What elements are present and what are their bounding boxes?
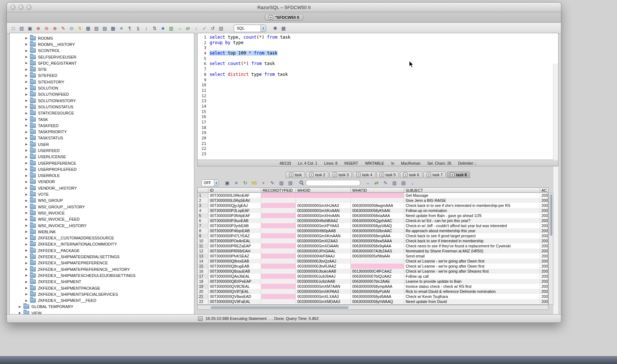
cell-recordtypeid[interactable]: [261, 254, 296, 259]
cell-whatid[interactable]: 006300000058yPzAAI: [351, 289, 404, 294]
zoom-window-button[interactable]: [26, 5, 31, 10]
cell-id[interactable]: 00T3000000P3LopEAF: [208, 208, 261, 213]
cell-whatid[interactable]: 00630000005S0bnAAC: [351, 228, 404, 233]
search-icon[interactable]: [299, 181, 304, 185]
disclosure-triangle-icon[interactable]: ▶: [25, 224, 30, 227]
new-file-icon[interactable]: □: [10, 25, 17, 32]
cell-ac[interactable]: 200: [540, 284, 548, 289]
refresh-results-icon[interactable]: ↻: [242, 179, 249, 186]
edit-connection-icon[interactable]: ✎: [60, 25, 67, 32]
open-file-icon[interactable]: ▤: [18, 25, 25, 32]
cell-subject[interactable]: Need update from Bain - gave go ahead 1/…: [404, 213, 540, 218]
describe-table-icon[interactable]: ≡: [118, 25, 125, 32]
tree-item[interactable]: ▶SOLUTIONSTATUS: [10, 104, 194, 110]
document-tab[interactable]: ✕ *SFDCW50 II: [265, 14, 303, 21]
cell-id[interactable]: 00T3000000PRR8rEAH: [208, 248, 261, 254]
cell-ac[interactable]: 200: [540, 259, 548, 264]
history-icon[interactable]: ▤: [217, 25, 225, 32]
cell-id[interactable]: 00T3000000Q8rugEAB: [208, 264, 261, 269]
cell-ac[interactable]: 200: [540, 198, 548, 203]
cell-recordtypeid[interactable]: [261, 213, 296, 218]
tree-item[interactable]: ▶USERLICENSE: [10, 154, 194, 160]
cell-id[interactable]: 00T3000000P3tuvEAB: [208, 218, 261, 223]
scrollbar-thumb[interactable]: [549, 194, 552, 236]
copy-icon[interactable]: ▨: [101, 25, 108, 32]
disclosure-triangle-icon[interactable]: ▶: [25, 105, 30, 108]
tree-item[interactable]: ▶W50_INVOICE__FEED: [10, 216, 194, 222]
cell-recordtypeid[interactable]: [261, 248, 296, 254]
close-tab-icon[interactable]: ✕: [309, 173, 314, 177]
tree-item[interactable]: ▶WEBLINK: [10, 229, 194, 235]
tree-item[interactable]: ▶SFDC_REGISTRANT: [10, 60, 194, 66]
cell-whoid[interactable]: 0033000000GmXMDAA3: [296, 299, 351, 304]
tree-item[interactable]: ▶ZKFEDEX__CUSTOMADDRESSSOURCE: [10, 235, 194, 241]
table-row[interactable]: 100T3000000L0RknEAFGet Massage200: [198, 193, 548, 198]
disclosure-triangle-icon[interactable]: ▶: [25, 193, 30, 196]
cell-subject[interactable]: Rick to email David & reference Delmonte…: [404, 289, 540, 294]
favorites-icon[interactable]: ★: [159, 25, 167, 32]
minimize-window-button[interactable]: [18, 5, 23, 10]
cell-recordtypeid[interactable]: [261, 299, 296, 304]
filter-icon[interactable]: ≡: [233, 179, 240, 186]
disclosure-triangle-icon[interactable]: ▶: [25, 280, 30, 283]
cell-whatid[interactable]: [351, 198, 404, 203]
result-tab[interactable]: ✕task: [286, 172, 305, 178]
disclosure-triangle-icon[interactable]: ▶: [25, 199, 30, 202]
execute-sql-icon[interactable]: ↯: [76, 25, 83, 32]
cell-whatid[interactable]: [351, 259, 404, 264]
row-number[interactable]: 18: [198, 279, 208, 284]
cell-recordtypeid[interactable]: [261, 284, 296, 289]
cell-recordtypeid[interactable]: [261, 208, 296, 213]
tree-item[interactable]: ▶TASKFEED: [10, 122, 194, 129]
syntax-check-icon[interactable]: ✓: [201, 25, 208, 32]
cell-ac[interactable]: 200: [540, 223, 548, 228]
cell-recordtypeid[interactable]: [261, 279, 296, 284]
tree-item[interactable]: ▶ZKFEDEX__SHIPMENT: [10, 279, 194, 285]
row-number-header[interactable]: [198, 188, 208, 192]
tree-item[interactable]: ▶ZKFEDEX__INTERNATIONALCOMMODITY: [10, 241, 194, 247]
edit-row-icon[interactable]: ✎: [269, 179, 276, 186]
row-number[interactable]: 5: [198, 213, 208, 218]
cell-recordtypeid[interactable]: [261, 243, 296, 248]
fetch-more-icon[interactable]: ↓: [409, 179, 416, 186]
tree-item[interactable]: ▶ZKFEDEX__SHIPMATESCHEDULEDJOBSSETTINGS: [10, 272, 194, 278]
sql-editor[interactable]: 1select type, count(*) from task2group b…: [197, 33, 558, 160]
row-number[interactable]: 17: [198, 274, 208, 279]
cell-whatid[interactable]: 00630000007bIQUAA2: [351, 274, 404, 279]
editor-scrollbar[interactable]: [553, 64, 558, 314]
cell-whoid[interactable]: 0033000000GmXM7AAN: [296, 284, 351, 289]
export-page-icon[interactable]: ▤: [400, 179, 407, 186]
result-tab[interactable]: ✕task 4: [353, 172, 375, 178]
disclosure-triangle-icon[interactable]: ▶: [25, 155, 30, 159]
save-icon[interactable]: ▣: [26, 25, 34, 32]
table-row[interactable]: 300T3000000QjyJgEAJ0033000000GmXHJAA3006…: [198, 203, 548, 208]
tree-item[interactable]: ▶SELFSERVICEUSER: [10, 54, 194, 60]
switch-connection-icon[interactable]: ⇄: [184, 25, 191, 32]
tree-item[interactable]: ▶ZKFEDEX__SHIPMENTSPECIALSERVICES: [10, 291, 194, 297]
cell-whoid[interactable]: 0033000000H9aNBAAZ: [296, 218, 351, 223]
tree-item[interactable]: ▶USERPROFILEFEED: [10, 166, 194, 172]
cell-whoid[interactable]: 0033000000GmXHJAA3: [296, 203, 351, 208]
cell-whatid[interactable]: 006300000058xlaAAA: [351, 213, 404, 218]
cell-id[interactable]: 00T3000000QV9FaEAL: [208, 299, 261, 304]
cell-id[interactable]: 00T3000000QBXPeEAP: [208, 279, 261, 284]
cell-id[interactable]: 00T3000000Q8rexEAB: [208, 259, 261, 264]
next-match-icon[interactable]: →: [364, 179, 371, 186]
cell-recordtypeid[interactable]: [261, 294, 296, 299]
table-row[interactable]: 400T3000000P3LopEAF0033000000GmXKnAAN006…: [198, 208, 548, 213]
export-data-icon[interactable]: ▧: [93, 25, 100, 32]
view-text-icon[interactable]: ▥: [391, 179, 398, 186]
tree-item[interactable]: ▶ZKFEDEX__SHIPMENT__FEED: [10, 297, 194, 303]
tree-item[interactable]: ▶W50_INVOICE: [10, 210, 194, 216]
disclosure-triangle-icon[interactable]: ▶: [25, 99, 30, 102]
schema-tree[interactable]: ▶ROOMS▶ROOMS__HISTORY▶SCONTROL▶SELFSERVI…: [9, 33, 194, 315]
cell-whoid[interactable]: 0033000000GmXHnAAN: [296, 213, 351, 218]
tree-item[interactable]: ▶SITEFEED: [10, 73, 194, 79]
tree-item[interactable]: ▶USERFEED: [10, 147, 194, 153]
disclosure-triangle-icon[interactable]: ▶: [19, 305, 23, 308]
cell-ac[interactable]: 200: [540, 289, 548, 294]
table-row[interactable]: 900T3000000P47LYEAZ0033000000GmXKmAAN006…: [198, 233, 548, 238]
disclosure-triangle-icon[interactable]: ▶: [25, 286, 30, 290]
disclosure-triangle-icon[interactable]: ▶: [25, 243, 30, 246]
cell-recordtypeid[interactable]: [261, 228, 296, 233]
